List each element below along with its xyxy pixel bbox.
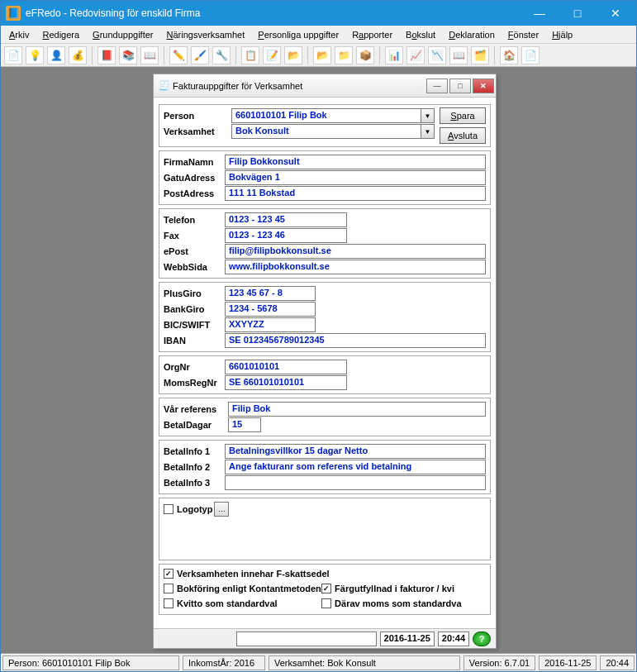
label-plusgiro: PlusGiro bbox=[164, 288, 225, 298]
toolbar-btn-9[interactable]: 🖌️ bbox=[191, 46, 209, 64]
toolbar-btn-8[interactable]: ✏️ bbox=[169, 46, 188, 64]
toolbar-btn-15[interactable]: 📁 bbox=[335, 46, 353, 64]
momsregnr-field[interactable]: SE 660101010101 bbox=[225, 375, 347, 390]
dialog-minimize-button[interactable]: — bbox=[426, 79, 448, 93]
toolbar-btn-21[interactable]: 🗂️ bbox=[471, 46, 489, 64]
toolbar-btn-16[interactable]: 📦 bbox=[356, 46, 374, 64]
plusgiro-field[interactable]: 123 45 67 - 8 bbox=[225, 286, 316, 301]
dialog-status-date: 2016-11-25 bbox=[380, 631, 435, 646]
toolbar-btn-18[interactable]: 📈 bbox=[406, 46, 425, 64]
toolbar-btn-13[interactable]: 📂 bbox=[284, 46, 302, 64]
menu-bokslut[interactable]: Bokslut bbox=[401, 28, 440, 41]
webbsida-field[interactable]: www.filipbokkonsult.se bbox=[225, 260, 486, 274]
check-kvitto[interactable]: Kvitto som standardval bbox=[164, 597, 321, 610]
toolbar-btn-22[interactable]: 🏠 bbox=[500, 46, 518, 64]
menu-grunduppgifter[interactable]: Grunduppgifter bbox=[88, 28, 158, 41]
betalinfo1-field[interactable]: Betalningsvillkor 15 dagar Netto bbox=[225, 444, 486, 459]
epost-field[interactable]: filip@filipbokkonsult.se bbox=[225, 244, 486, 259]
check-moms[interactable]: Därav moms som standardva bbox=[321, 597, 479, 610]
betalinfo3-field[interactable] bbox=[225, 475, 486, 490]
chevron-down-icon[interactable]: ▼ bbox=[421, 108, 435, 123]
spara-button[interactable]: Spara bbox=[440, 107, 486, 124]
menu-bar: Arkiv Redigera Grunduppgifter Näringsver… bbox=[1, 26, 636, 44]
toolbar-btn-6[interactable]: 📚 bbox=[119, 46, 137, 64]
dialog-status-time: 20:44 bbox=[438, 631, 469, 646]
status-year: InkomstÅr: 2016 bbox=[183, 655, 265, 670]
minimize-button[interactable]: — bbox=[521, 1, 559, 26]
dialog-status-empty bbox=[236, 631, 377, 646]
bicswift-field[interactable]: XXYYZZ bbox=[225, 317, 316, 332]
label-betalinfo1: BetalInfo 1 bbox=[164, 446, 225, 456]
gatuadress-field[interactable]: Bokvägen 1 bbox=[225, 170, 486, 185]
menu-rapporter[interactable]: Rapporter bbox=[347, 28, 397, 41]
menu-personliga[interactable]: Personliga uppgifter bbox=[253, 28, 344, 41]
chevron-down-icon[interactable]: ▼ bbox=[421, 124, 435, 139]
verksamhet-combo[interactable]: Bok Konsult ▼ bbox=[231, 124, 435, 139]
bankgiro-field[interactable]: 1234 - 5678 bbox=[225, 302, 316, 317]
toolbar-btn-23[interactable]: 📄 bbox=[521, 46, 540, 64]
label-betaldagar: BetalDagar bbox=[164, 420, 228, 430]
toolbar-btn-17[interactable]: 📊 bbox=[385, 46, 403, 64]
toolbar-btn-4[interactable]: 💰 bbox=[69, 46, 87, 64]
orgnr-field[interactable]: 6601010101 bbox=[225, 360, 347, 374]
avsluta-button[interactable]: Avsluta bbox=[440, 127, 486, 144]
label-gatuadress: GatuAdress bbox=[164, 173, 225, 183]
toolbar-btn-1[interactable]: 📄 bbox=[4, 46, 22, 64]
firmanamn-field[interactable]: Filip Bokkonsult bbox=[225, 155, 486, 169]
label-momsregnr: MomsRegNr bbox=[164, 378, 225, 388]
title-bar: 📘 eFRedo - Redovisning för enskild Firma… bbox=[1, 1, 636, 26]
close-button[interactable]: ✕ bbox=[597, 1, 635, 26]
app-title: eFRedo - Redovisning för enskild Firma bbox=[26, 7, 521, 19]
label-epost: ePost bbox=[164, 246, 225, 256]
toolbar-btn-7[interactable]: 📖 bbox=[140, 46, 159, 64]
toolbar-btn-2[interactable]: 💡 bbox=[26, 46, 44, 64]
dialog-maximize-button[interactable]: □ bbox=[449, 79, 471, 93]
logotyp-browse-button[interactable]: … bbox=[214, 502, 229, 517]
varreferens-field[interactable]: Filip Bok bbox=[228, 402, 486, 417]
toolbar-btn-20[interactable]: 📖 bbox=[449, 46, 468, 64]
check-kontant[interactable]: Bokföring enligt Kontantmetoden bbox=[164, 582, 321, 595]
label-iban: IBAN bbox=[164, 336, 225, 346]
check-farg[interactable]: ✓Färgutfyllnad i fakturor / kvi bbox=[321, 582, 479, 595]
label-firmanamn: FirmaNamn bbox=[164, 157, 225, 167]
toolbar-btn-11[interactable]: 📋 bbox=[241, 46, 259, 64]
app-window: 📘 eFRedo - Redovisning för enskild Firma… bbox=[0, 0, 637, 672]
dialog-title: Fakturauppgifter för Verksamhet bbox=[173, 81, 425, 91]
menu-hjalp[interactable]: Hjälp bbox=[547, 28, 578, 41]
maximize-button[interactable]: □ bbox=[559, 1, 597, 26]
toolbar-btn-3[interactable]: 👤 bbox=[47, 46, 65, 64]
person-value[interactable]: 6601010101 Filip Bok bbox=[231, 108, 421, 123]
status-time: 20:44 bbox=[600, 655, 635, 670]
check-fskatt[interactable]: ✓Verksamheten innehar F-skattsedel bbox=[164, 567, 486, 580]
fax-field[interactable]: 0123 - 123 46 bbox=[225, 228, 347, 243]
menu-deklaration[interactable]: Deklaration bbox=[444, 28, 500, 41]
menu-naringsverksamhet[interactable]: Näringsverksamhet bbox=[162, 28, 250, 41]
help-button[interactable]: ? bbox=[473, 631, 491, 646]
dialog-close-button[interactable]: ✕ bbox=[473, 79, 494, 93]
postadress-field[interactable]: 111 11 Bokstad bbox=[225, 186, 486, 201]
menu-arkiv[interactable]: Arkiv bbox=[4, 28, 34, 41]
toolbar-btn-12[interactable]: 📝 bbox=[263, 46, 281, 64]
status-date: 2016-11-25 bbox=[539, 655, 597, 670]
window-controls: — □ ✕ bbox=[521, 1, 635, 26]
betaldagar-field[interactable]: 15 bbox=[228, 417, 261, 432]
status-bar: Person: 6601010101 Filip Bok InkomstÅr: … bbox=[1, 653, 636, 671]
toolbar-btn-10[interactable]: 🔧 bbox=[212, 46, 231, 64]
iban-field[interactable]: SE 0123456789012345 bbox=[225, 333, 486, 348]
label-varreferens: Vår referens bbox=[164, 404, 228, 414]
label-fax: Fax bbox=[164, 231, 225, 241]
toolbar-btn-5[interactable]: 📕 bbox=[97, 46, 116, 64]
menu-redigera[interactable]: Redigera bbox=[37, 28, 84, 41]
verksamhet-value[interactable]: Bok Konsult bbox=[231, 124, 421, 139]
menu-fonster[interactable]: Fönster bbox=[503, 28, 544, 41]
label-telefon: Telefon bbox=[164, 215, 225, 225]
toolbar-btn-19[interactable]: 📉 bbox=[428, 46, 446, 64]
logotyp-checkbox[interactable]: Logotyp bbox=[164, 503, 212, 516]
label-person: Person bbox=[164, 111, 231, 121]
label-betalinfo3: BetalInfo 3 bbox=[164, 478, 225, 488]
betalinfo2-field[interactable]: Ange fakturanr som referens vid betalnin… bbox=[225, 460, 486, 474]
person-combo[interactable]: 6601010101 Filip Bok ▼ bbox=[231, 108, 435, 123]
telefon-field[interactable]: 0123 - 123 45 bbox=[225, 212, 347, 227]
toolbar-btn-14[interactable]: 📂 bbox=[313, 46, 331, 64]
status-verksamhet: Verksamhet: Bok Konsult bbox=[269, 655, 460, 670]
